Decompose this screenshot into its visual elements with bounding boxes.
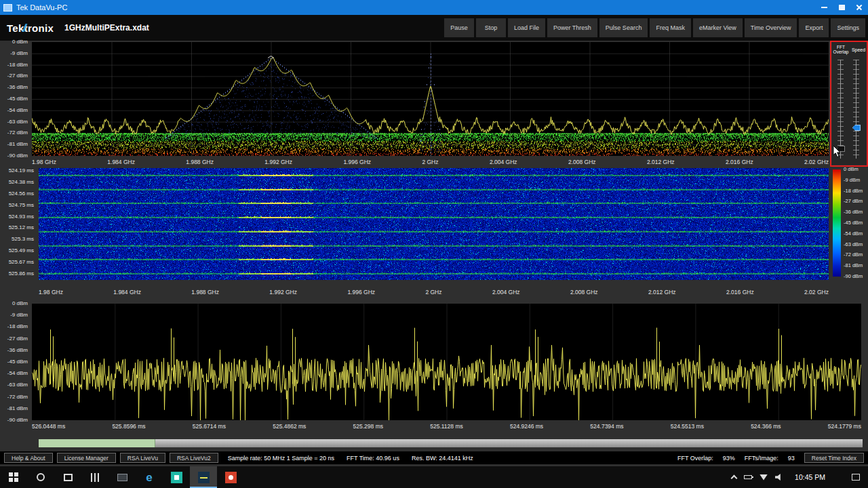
slider-track (856, 60, 856, 159)
taskbar-app-teal[interactable] (163, 466, 190, 488)
taskbar-app-datavu-active[interactable] (190, 466, 217, 488)
time-scrollbar[interactable] (39, 439, 863, 447)
toolbar-button[interactable]: Export (799, 18, 829, 37)
library-icon (91, 473, 99, 482)
x-tick-label: 1.984 GHz (113, 289, 141, 296)
time-tick-label: 524.9246 ms (510, 423, 543, 430)
tray-wifi-icon[interactable] (760, 474, 768, 481)
y-tick-label: -27 dBm (0, 336, 30, 342)
colorbar-tick-label: -45 dBm (844, 220, 868, 226)
time-tick-label: 525.6714 ms (193, 423, 226, 430)
tray-battery-icon[interactable] (744, 475, 752, 479)
fft-overlap-value: 93% (723, 455, 735, 462)
window-controls (815, 0, 868, 15)
loaded-file-name: 1GHzMultiPExtra.xdat (64, 23, 149, 33)
toolbar-button[interactable]: Time Overview (745, 18, 797, 37)
toolbar-button[interactable]: Settings (831, 18, 865, 37)
time-tick-label: 524.19 ms (0, 168, 36, 174)
x-tick-label: 2.016 GHz (726, 289, 754, 296)
teal-app-icon (171, 472, 182, 483)
time-tick-label: 524.5513 ms (671, 423, 704, 430)
monitor-icon (117, 474, 127, 481)
header-bar: Tektronix 1GHzMultiPExtra.xdat PauseStop… (0, 15, 868, 41)
toolbar-button[interactable]: Pause (444, 18, 474, 37)
tray-volume-icon[interactable] (775, 474, 783, 481)
timedomain-x-axis: 526.0448 ms525.8596 ms525.6714 ms525.486… (32, 423, 861, 430)
task-view-button[interactable] (54, 466, 81, 488)
spectrogram-panel: 524.19 ms524.38 ms524.56 ms524.75 ms524.… (0, 168, 868, 301)
statusbar-button[interactable]: Help & About (4, 453, 53, 463)
y-tick-label: -54 dBm (0, 108, 30, 113)
fft-overlap-slider[interactable] (837, 60, 844, 159)
colorbar-tick-label: -9 dBm (844, 178, 868, 183)
y-tick-label: -72 dBm (0, 130, 30, 136)
y-tick-label: -18 dBm (0, 62, 30, 68)
spectrum-canvas[interactable] (32, 42, 829, 156)
timedomain-panel: 0 dBm-9 dBm-18 dBm-27 dBm-36 dBm-45 dBm-… (0, 304, 868, 436)
x-tick-label: 1.988 GHz (191, 289, 219, 296)
y-tick-label: -63 dBm (0, 382, 30, 388)
task-view-icon (64, 474, 73, 481)
res-bw-text: Res. BW: 24.4141 kHz (412, 455, 473, 462)
windows-logo-icon (9, 472, 18, 482)
fft-time-text: FFT Time: 40.96 us (347, 455, 399, 462)
status-bar: Help & AboutLicense ManagerRSA LiveVuRSA… (0, 451, 868, 464)
toolbar-button[interactable]: Pulse Search (599, 18, 648, 37)
minimize-icon (821, 7, 827, 8)
speed-slider-label: Speed (850, 47, 867, 52)
taskbar-app-desktop[interactable] (108, 466, 136, 488)
time-tick-label: 524.38 ms (0, 180, 36, 185)
start-button[interactable] (0, 466, 27, 488)
toolbar-button[interactable]: Stop (476, 18, 506, 37)
action-center-icon[interactable] (852, 474, 860, 481)
taskbar-app-library[interactable] (81, 466, 108, 488)
x-tick-label: 1.988 GHz (186, 159, 214, 165)
y-tick-label: -54 dBm (0, 371, 30, 376)
y-tick-label: -63 dBm (0, 119, 30, 125)
toolbar-button[interactable]: Load File (508, 18, 545, 37)
toolbar-button[interactable]: eMarker View (693, 18, 743, 37)
window-title: Tek DataVu-PC (16, 3, 67, 12)
scrollbar-thumb[interactable] (39, 439, 155, 447)
timedomain-canvas[interactable] (32, 304, 861, 420)
toolbar-button[interactable]: Power Thresh (547, 18, 597, 37)
statusbar-button[interactable]: License Manager (57, 453, 116, 463)
statusbar-button[interactable]: RSA LiveVu2 (170, 453, 218, 463)
time-tick-label: 524.366 ms (751, 423, 781, 430)
time-tick-label: 525.4862 ms (273, 423, 306, 430)
x-tick-label: 2.008 GHz (570, 289, 598, 296)
time-tick-label: 525.49 ms (0, 248, 36, 253)
time-tick-label: 525.1128 ms (430, 423, 463, 430)
app-icon (3, 4, 12, 12)
statusbar-button[interactable]: RSA LiveVu (120, 453, 165, 463)
maximize-button[interactable] (833, 0, 850, 15)
close-button[interactable] (850, 0, 868, 15)
statusbar-buttons: Help & AboutLicense ManagerRSA LiveVuRSA… (4, 453, 218, 463)
time-tick-label: 526.0448 ms (32, 423, 65, 430)
search-button[interactable] (27, 466, 54, 488)
colorbar-tick-label: 0 dBm (844, 167, 868, 172)
time-tick-label: 525.86 ms (0, 271, 36, 277)
minimize-button[interactable] (815, 0, 833, 15)
tray-clock[interactable]: 10:45 PM (795, 473, 825, 481)
spectrogram-canvas[interactable] (39, 168, 829, 280)
tray-chevron-up-icon[interactable] (731, 475, 738, 482)
taskbar-app-edge[interactable]: e (136, 466, 163, 488)
toolbar-button[interactable]: Freq Mask (650, 18, 691, 37)
colorbar-tick-label: -63 dBm (844, 242, 868, 247)
reset-time-index-button[interactable]: Reset Time Index (804, 453, 864, 463)
colorbar-tick-label: -81 dBm (844, 263, 868, 268)
taskbar-app-recorder[interactable] (217, 466, 244, 488)
time-tick-label: 525.8596 ms (112, 423, 145, 430)
speed-slider[interactable] (853, 60, 859, 159)
x-tick-label: 1.996 GHz (343, 159, 371, 165)
colorbar-tick-label: -54 dBm (844, 231, 868, 237)
colorbar-tick-label: -36 dBm (844, 209, 868, 215)
y-tick-label: 0 dBm (0, 39, 30, 45)
x-tick-label: 1.98 GHz (39, 289, 63, 296)
x-tick-label: 1.98 GHz (32, 159, 56, 165)
sample-rate-text: Sample rate: 50 MHz 1 Sample = 20 ns (228, 455, 334, 462)
title-bar: Tek DataVu-PC (0, 0, 868, 15)
x-tick-label: 1.992 GHz (264, 159, 292, 165)
taskbar: e 10:45 PM (0, 466, 868, 488)
